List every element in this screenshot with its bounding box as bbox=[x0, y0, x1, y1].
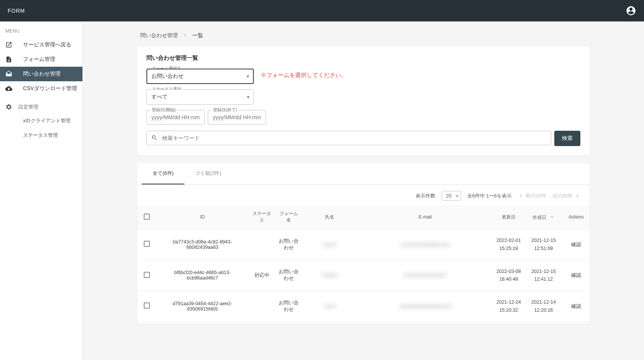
sidebar-item-back[interactable]: サービス管理へ戻る bbox=[0, 38, 82, 52]
filter-panel: 問い合わせ管理一覧 フォーム選択 お問い合わせ ▾ ※フォームを選択してください… bbox=[137, 47, 590, 155]
sidebar-item-csv[interactable]: CSVダウンロード管理 bbox=[0, 81, 82, 96]
cell-status bbox=[248, 229, 275, 260]
chevron-left-icon bbox=[518, 193, 524, 199]
page-size-label: 表示件数 bbox=[416, 192, 435, 199]
prev-page-button[interactable]: 前の20件 bbox=[518, 192, 546, 199]
page-size-value: 20 bbox=[446, 193, 451, 199]
table-row: 0a7743c3-d06a-4c92-8943-66082439aa63お問い合… bbox=[137, 229, 590, 260]
gear-icon bbox=[5, 104, 12, 110]
search-icon bbox=[151, 135, 158, 143]
form-select-hint: ※フォームを選択してください。 bbox=[261, 69, 347, 79]
sidebar-item-form[interactable]: フォーム管理 bbox=[0, 52, 82, 67]
pagination-controls: 表示件数 20 ▾ 全6件中 1〜6を表示 前の20件 次の20件 bbox=[137, 185, 590, 205]
results-table: ID ステータス フォーム名 氏名 E-mail 更新日 作成日 Actions bbox=[137, 205, 590, 322]
cell-created: 2021-12-1512:51:09 bbox=[524, 229, 563, 260]
page-size-select[interactable]: 20 ▾ bbox=[442, 191, 461, 201]
cloud-download-icon bbox=[5, 85, 12, 92]
mail-open-icon bbox=[5, 71, 12, 77]
cell-name: xxx bbox=[302, 229, 358, 260]
cell-updated: 2022-03-0816:40:49 bbox=[493, 260, 524, 291]
col-updated: 更新日 bbox=[493, 205, 524, 229]
col-actions: Actions bbox=[563, 205, 590, 229]
cell-id: bf6bcf20-e44c-4665-a613-bcb98aad46c7 bbox=[156, 260, 248, 291]
date-end-label: 登録日(終了) bbox=[212, 107, 238, 113]
document-icon bbox=[5, 56, 12, 63]
col-email: E-mail bbox=[358, 205, 493, 229]
sidebar-settings-header[interactable]: 設定管理 bbox=[0, 96, 82, 113]
row-checkbox[interactable] bbox=[144, 272, 150, 278]
sidebar-sub-xid[interactable]: xIDクライアント管理 bbox=[0, 113, 82, 128]
confirm-link[interactable]: 確認 bbox=[571, 272, 581, 278]
tab-trash[interactable]: ゴミ箱(2件) bbox=[184, 163, 232, 184]
sidebar-item-label: フォーム管理 bbox=[23, 56, 55, 63]
cell-email: xxxxxxxxxxx@xx.xx bbox=[358, 229, 493, 260]
cell-form-name: お問い合わせ bbox=[275, 291, 302, 322]
tab-all[interactable]: 全て(6件) bbox=[142, 163, 184, 184]
form-select[interactable]: お問い合わせ ▾ bbox=[146, 69, 254, 84]
caret-down-icon: ▾ bbox=[246, 73, 249, 79]
search-field bbox=[146, 131, 551, 146]
confirm-link[interactable]: 確認 bbox=[571, 242, 581, 247]
next-page-button[interactable]: 次の20件 bbox=[552, 192, 580, 199]
cell-id: d791aa39-0454-4422-aee2-83506915fdb5 bbox=[156, 291, 248, 322]
cell-created: 2021-12-1512:41:12 bbox=[524, 260, 563, 291]
app-header: FORM bbox=[0, 0, 644, 21]
table-row: bf6bcf20-e44c-4665-a613-bcb98aad46c7対応中お… bbox=[137, 260, 590, 291]
form-select-field: フォーム選択 お問い合わせ ▾ bbox=[146, 69, 254, 84]
form-select-value: お問い合わせ bbox=[151, 73, 184, 79]
breadcrumb: 問い合わせ管理 一覧 bbox=[137, 31, 590, 47]
search-input[interactable] bbox=[146, 131, 551, 145]
sidebar-sub-status[interactable]: ステータス管理 bbox=[0, 128, 82, 143]
breadcrumb-current: 一覧 bbox=[192, 32, 203, 39]
page-range-text: 全6件中 1〜6を表示 bbox=[467, 192, 512, 199]
row-checkbox[interactable] bbox=[144, 241, 150, 247]
row-checkbox[interactable] bbox=[144, 302, 150, 309]
cell-id: 0a7743c3-d06a-4c92-8943-66082439aa63 bbox=[156, 229, 248, 260]
date-start-field: 登録日(開始) bbox=[146, 110, 205, 125]
sidebar-item-label: サービス管理へ戻る bbox=[23, 41, 71, 48]
col-id: ID bbox=[156, 205, 248, 229]
col-form-name: フォーム名 bbox=[275, 205, 302, 229]
sidebar: MENU サービス管理へ戻る フォーム管理 問い合わせ管理 CSVダウンロード管… bbox=[0, 21, 83, 360]
status-select-value: すべて bbox=[151, 94, 168, 100]
prev-page-label: 前の20件 bbox=[526, 192, 546, 199]
app-title: FORM bbox=[8, 8, 25, 14]
table-row: d791aa39-0454-4422-aee2-83506915fdb5お問い合… bbox=[137, 291, 590, 322]
next-page-label: 次の20件 bbox=[552, 192, 573, 199]
status-select-field: ステータス選択 すべて ▾ bbox=[146, 89, 254, 105]
caret-down-icon: ▾ bbox=[456, 193, 458, 198]
cell-name: xxxx bbox=[302, 260, 358, 291]
cell-updated: 2021-12-2415:20:32 bbox=[493, 291, 524, 322]
cell-status: 対応中 bbox=[248, 260, 275, 291]
sidebar-item-label: CSVダウンロード管理 bbox=[23, 85, 77, 92]
tabs: 全て(6件) ゴミ箱(2件) bbox=[137, 163, 590, 185]
sort-desc-icon bbox=[549, 214, 555, 221]
caret-down-icon: ▾ bbox=[247, 94, 250, 100]
sidebar-settings-label: 設定管理 bbox=[18, 104, 38, 110]
open-external-icon bbox=[5, 41, 12, 48]
col-name: 氏名 bbox=[302, 205, 358, 229]
col-created[interactable]: 作成日 bbox=[524, 205, 563, 229]
main-content: 問い合わせ管理 一覧 問い合わせ管理一覧 フォーム選択 お問い合わせ ▾ ※フォ… bbox=[83, 21, 644, 360]
search-button[interactable]: 検索 bbox=[554, 131, 580, 146]
cell-form-name: お問い合わせ bbox=[275, 260, 302, 291]
select-all-checkbox[interactable] bbox=[144, 214, 150, 220]
breadcrumb-root[interactable]: 問い合わせ管理 bbox=[140, 32, 178, 39]
results-panel: 全て(6件) ゴミ箱(2件) 表示件数 20 ▾ 全6件中 1〜6を表示 前の2… bbox=[137, 163, 590, 324]
chevron-right-icon bbox=[182, 33, 188, 39]
date-start-label: 登録日(開始) bbox=[150, 107, 177, 113]
cell-created: 2021-12-1412:20:16 bbox=[524, 291, 563, 322]
cell-email: xxxxxxxxxxxxxxxxxxx bbox=[358, 291, 493, 322]
col-status: ステータス bbox=[248, 205, 275, 229]
status-select[interactable]: すべて ▾ bbox=[146, 89, 254, 105]
cell-status bbox=[248, 291, 275, 322]
cell-email: xxxxxxxxxxxxxxx bbox=[358, 260, 493, 291]
cell-name: xx bbox=[302, 291, 358, 322]
confirm-link[interactable]: 確認 bbox=[571, 303, 581, 309]
cell-updated: 2022-02-0115:25:19 bbox=[493, 229, 524, 260]
chevron-right-icon bbox=[574, 193, 580, 199]
account-icon[interactable] bbox=[626, 5, 636, 16]
menu-section-label: MENU bbox=[0, 21, 82, 38]
sidebar-item-inquiry[interactable]: 問い合わせ管理 bbox=[0, 67, 82, 81]
card-title: 問い合わせ管理一覧 bbox=[146, 54, 580, 62]
